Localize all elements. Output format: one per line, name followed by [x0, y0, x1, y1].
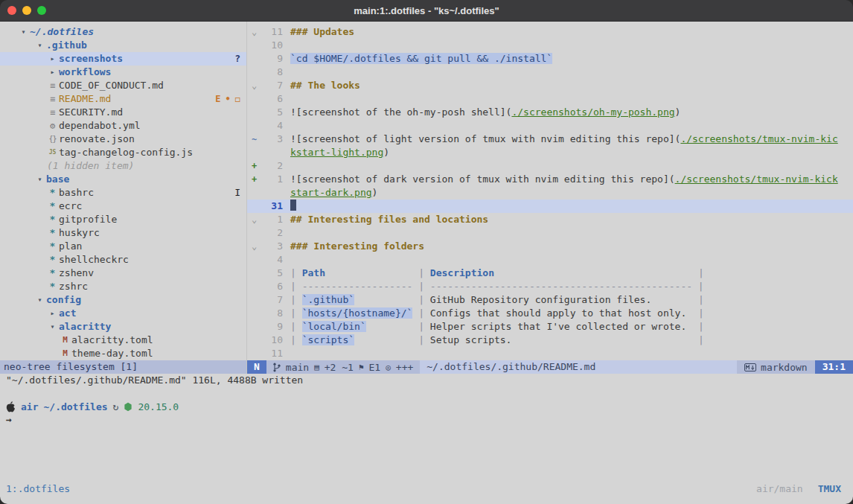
folder-closed-icon: ▸: [47, 66, 58, 79]
tree-item-huskyrc[interactable]: *huskyrc: [0, 226, 246, 240]
terminal-content: ▾~/.dotfiles▾.github▸screenshots?▸workfl…: [0, 22, 853, 504]
tree-item-plan[interactable]: *plan: [0, 240, 246, 253]
tree-item-gitprofile[interactable]: *gitprofile: [0, 213, 246, 226]
markdown-icon: [744, 363, 756, 371]
tree-item-1-hidden-item[interactable]: (1 hidden item): [0, 159, 246, 173]
editor-line[interactable]: ⌄1## Interesting files and locations: [247, 213, 853, 226]
tree-item-tag-changelog-config-js[interactable]: JStag-changelog-config.js: [0, 146, 246, 159]
tmux-window-label[interactable]: 1:.dotfiles: [6, 482, 70, 497]
line-text: | Path | Description |: [283, 267, 704, 280]
editor-line[interactable]: 7| `.github` | GitHub Repository configu…: [247, 293, 853, 307]
tree-item-ecrc[interactable]: *ecrc: [0, 200, 246, 213]
statusline-filetype: markdown: [737, 360, 815, 374]
editor-line[interactable]: 31: [247, 200, 853, 213]
tree-item-screenshots[interactable]: ▸screenshots?: [0, 52, 246, 66]
gutter-fold-column: [247, 293, 263, 307]
tree-item-security-md[interactable]: ≡SECURITY.md: [0, 106, 246, 119]
editor-line[interactable]: 4: [247, 119, 853, 133]
tree-item-code-of-conduct-md[interactable]: ≡CODE_OF_CONDUCT.md: [0, 79, 246, 92]
terminal-window: main:1:.dotfiles - "ks~/.dotfiles" ▾~/.d…: [0, 0, 853, 504]
statusline-filepath: ~/.dotfiles/.github/README.md: [420, 360, 737, 374]
shell-prompt: air ~/.dotfiles ↻ 20.15.0: [6, 400, 853, 413]
tree-item-renovate-json[interactable]: {}renovate.json: [0, 133, 246, 146]
gutter-sign: +: [247, 173, 263, 186]
text-segment: |: [418, 307, 430, 319]
asterisk-icon: *: [47, 186, 58, 200]
tree-item-label: renovate.json: [59, 133, 135, 146]
tree-item-github[interactable]: ▾.github: [0, 39, 246, 52]
editor-line[interactable]: ⌄11### Updates: [247, 25, 853, 39]
tree-item-zshrc[interactable]: *zshrc: [0, 280, 246, 293]
text-segment: kstart-light.png: [290, 147, 383, 158]
tree-item-dotfiles[interactable]: ▾~/.dotfiles: [0, 25, 246, 39]
window-title: main:1:.dotfiles - "ks~/.dotfiles": [0, 5, 853, 16]
tree-item-config[interactable]: ▾config: [0, 293, 246, 307]
gutter-fold-column: [247, 66, 263, 79]
tmux-badge: TMUX: [818, 482, 841, 497]
tree-item-readme-md[interactable]: ≡README.mdE•◻: [0, 92, 246, 106]
text-segment: ### Updates: [290, 26, 354, 37]
toml-icon: M: [60, 334, 71, 347]
line-text: kstart-light.png): [283, 146, 389, 159]
editor-line[interactable]: 11: [247, 347, 853, 360]
text-segment: Path: [302, 267, 325, 278]
minimize-button[interactable]: [22, 6, 31, 15]
tree-item-theme-day-toml[interactable]: Mtheme-day.toml: [0, 347, 246, 360]
tree-item-label: plan: [59, 240, 82, 253]
zoom-button[interactable]: [37, 6, 46, 15]
tree-item-shellcheckrc[interactable]: *shellcheckrc: [0, 253, 246, 267]
editor-line[interactable]: 8| `hosts/{hostname}/` | Configs that sh…: [247, 307, 853, 320]
js-icon: JS: [47, 146, 58, 159]
text-segment: [511, 334, 697, 345]
editor-line[interactable]: 6: [247, 92, 853, 106]
shell-area[interactable]: air ~/.dotfiles ↻ 20.15.0 →: [0, 400, 853, 427]
prompt-cursor-line[interactable]: →: [6, 413, 853, 427]
text-segment: |: [290, 321, 302, 332]
editor-line[interactable]: 8: [247, 66, 853, 79]
folder-closed-icon: ▸: [47, 307, 58, 320]
editor-line[interactable]: 5![screenshot of the oh-my-posh shell](.…: [247, 106, 853, 119]
line-text: [283, 200, 296, 213]
close-button[interactable]: [7, 6, 16, 15]
vim-mode-indicator: N: [247, 360, 266, 374]
editor-line[interactable]: 10: [247, 39, 853, 52]
toml-icon: M: [60, 347, 71, 360]
editor-line[interactable]: 9| `local/bin` | Helper scripts that I'v…: [247, 320, 853, 334]
text-segment: [686, 307, 698, 319]
editor-line[interactable]: 6| ------------------- | ---------------…: [247, 280, 853, 293]
editor-line[interactable]: start-dark.png): [247, 186, 853, 200]
tmux-right-section: air/main TMUX: [756, 482, 841, 497]
line-text: start-dark.png): [283, 186, 377, 200]
tree-item-act[interactable]: ▸act: [0, 307, 246, 320]
editor-line[interactable]: kstart-light.png): [247, 146, 853, 159]
editor-line[interactable]: 10| `scripts` | Setup scripts. |: [247, 334, 853, 347]
text-segment: [354, 294, 418, 305]
line-text: [283, 66, 290, 79]
text-segment: | ------------------- | ----------------…: [290, 281, 704, 292]
tree-item-alacritty-toml[interactable]: Malacritty.toml: [0, 334, 246, 347]
tree-item-zshenv[interactable]: *zshenv: [0, 267, 246, 280]
tree-item-dependabot-yml[interactable]: ⚙dependabot.yml: [0, 119, 246, 133]
editor-line[interactable]: 2: [247, 226, 853, 240]
editor-buffer[interactable]: ⌄11### Updates109`cd $HOME/.dotfiles && …: [247, 22, 853, 360]
statusline-git-section: main ▤ +2 ~1 ⚑ E1 ◎ +++: [266, 360, 420, 374]
tree-item-label: .github: [46, 39, 87, 52]
editor-line[interactable]: 5| Path | Description |: [247, 267, 853, 280]
asterisk-icon: *: [47, 200, 58, 213]
text-segment: |: [698, 294, 704, 305]
editor-line[interactable]: ⌄3### Interesting folders: [247, 240, 853, 253]
line-number: 8: [263, 307, 283, 320]
tree-item-alacritty[interactable]: ▾alacritty: [0, 320, 246, 334]
editor-line[interactable]: 4: [247, 253, 853, 267]
tree-item-bashrc[interactable]: *bashrcI: [0, 186, 246, 200]
editor-line[interactable]: ~3![screenshot of light version of tmux …: [247, 133, 853, 146]
tree-item-base[interactable]: ▾base: [0, 173, 246, 186]
editor-line[interactable]: +2: [247, 159, 853, 173]
tree-item-workflows[interactable]: ▸workflows: [0, 66, 246, 79]
editor-line[interactable]: 9`cd $HOME/.dotfiles && git pull && ./in…: [247, 52, 853, 66]
line-number: 2: [263, 226, 283, 240]
editor-line[interactable]: +1![screenshot of dark version of tmux w…: [247, 173, 853, 186]
editor-line[interactable]: ⌄7## The looks: [247, 79, 853, 92]
text-segment: |: [698, 267, 704, 278]
line-text: ## Interesting files and locations: [283, 213, 488, 226]
